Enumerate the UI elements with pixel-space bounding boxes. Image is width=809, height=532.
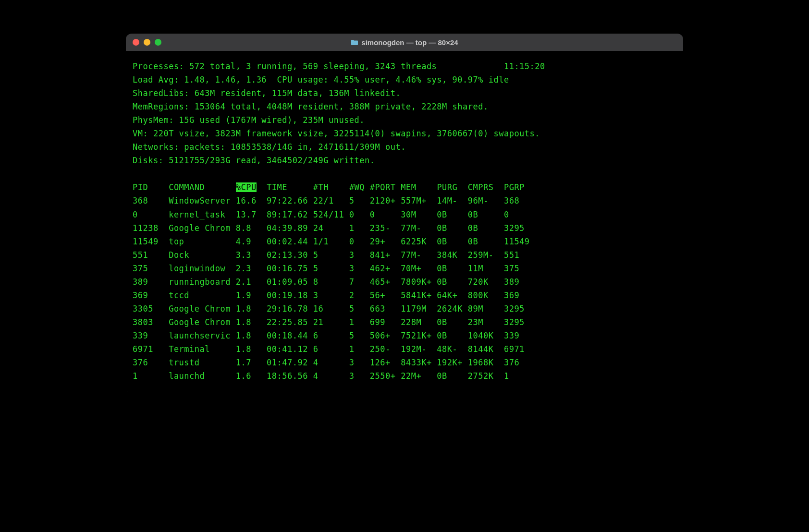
folder-icon [351,39,358,46]
window-title-wrap: simonogden — top — 80×24 [126,38,683,47]
minimize-button[interactable] [144,39,150,46]
zoom-button[interactable] [155,39,161,46]
traffic-lights [133,39,161,46]
close-button[interactable] [133,39,139,46]
terminal-output[interactable]: Processes: 572 total, 3 running, 569 sle… [126,51,683,393]
terminal-window: simonogden — top — 80×24 Processes: 572 … [126,34,683,393]
window-title: simonogden — top — 80×24 [361,38,458,47]
window-titlebar[interactable]: simonogden — top — 80×24 [126,34,683,51]
